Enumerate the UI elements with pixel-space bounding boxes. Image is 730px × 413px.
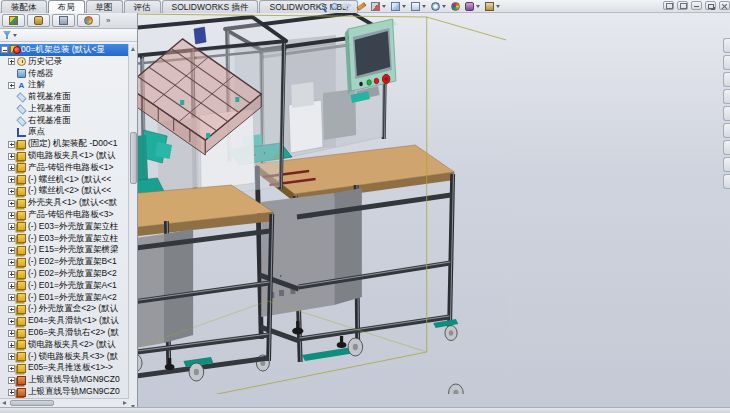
tree-item[interactable]: E04=夹具滑轨<1> (默认 [0, 315, 128, 327]
section-view[interactable] [370, 1, 387, 12]
tree-item[interactable]: (-) E01=外壳放置架A<1 [0, 280, 128, 292]
scroll-up-arrow[interactable] [131, 47, 135, 51]
expand-toggle-icon[interactable] [8, 188, 15, 195]
tree-item[interactable]: 上银直线导轨MGN9CZ0 [0, 374, 128, 386]
expand-toggle-icon[interactable] [8, 141, 15, 148]
configurationmanager-tab[interactable] [52, 14, 75, 27]
tree-item[interactable]: 产品-铸铝件电路板<1> [0, 162, 128, 174]
expand-toggle-icon[interactable] [8, 212, 15, 219]
taskpane-tab-5[interactable] [723, 106, 730, 121]
expand-toggle-icon[interactable] [8, 235, 15, 242]
taskpane-tab-9[interactable] [723, 174, 730, 189]
expand-toggle-icon[interactable] [8, 306, 15, 313]
tree-item[interactable]: (-) E03=外壳放置架立柱 [0, 221, 128, 233]
tree-item[interactable]: 锁电路板夹具<1> (默认 [0, 150, 128, 162]
tree-item[interactable]: 上银直线导轨MGN9CZ0 [0, 386, 128, 398]
measure[interactable] [356, 1, 367, 12]
display-style[interactable] [410, 1, 427, 12]
edit-appearance[interactable] [450, 1, 461, 12]
expand-toggle-icon[interactable] [8, 259, 15, 266]
assembly-3d-scene[interactable] [138, 13, 730, 407]
taskpane-tab-4[interactable] [723, 89, 730, 104]
scroll-left-arrow[interactable] [2, 401, 6, 405]
expand-toggle-icon[interactable] [8, 377, 15, 384]
tree-item[interactable]: (-) E01=外壳放置架A<2 [0, 292, 128, 304]
tree-item[interactable]: 前视基准面 [0, 91, 128, 103]
vertical-scroll-thumb[interactable] [130, 132, 137, 184]
tree-item[interactable]: 注解 [0, 79, 128, 91]
expand-toggle-icon[interactable] [1, 46, 8, 53]
secondary-window-button[interactable] [677, 1, 688, 10]
expand-toggle-icon[interactable] [8, 271, 15, 278]
scroll-right-arrow[interactable] [123, 401, 127, 405]
tree-item[interactable]: 传感器 [0, 68, 128, 80]
command-tab[interactable]: SOLIDWORKS 插件 [162, 0, 259, 13]
taskpane-tab-3[interactable] [723, 72, 730, 87]
expand-toggle-icon[interactable] [8, 294, 15, 301]
expand-toggle-icon[interactable] [8, 341, 15, 348]
expand-toggle-icon[interactable] [8, 58, 15, 65]
tree-item[interactable]: (-) E15=外壳放置架横梁 [0, 245, 128, 257]
tree-item[interactable]: 上视基准面 [0, 103, 128, 115]
right-green-button[interactable] [367, 80, 372, 86]
tree-vertical-scrollbar[interactable] [128, 44, 137, 412]
graphics-viewport[interactable] [138, 13, 730, 407]
right-control-panel[interactable] [345, 19, 398, 103]
view-settings[interactable] [484, 1, 501, 12]
expand-toggle-icon[interactable] [8, 164, 15, 171]
tree-item[interactable]: (-) 锁电路板夹具<3> (默 [0, 351, 128, 363]
tree-item[interactable]: 原点 [0, 127, 128, 139]
tree-item[interactable]: E05=夹具推送板<1>-> [0, 363, 128, 375]
tree-item[interactable]: 历史记录 [0, 56, 128, 68]
expand-toggle-icon[interactable] [8, 318, 15, 325]
close-button[interactable] [719, 1, 730, 10]
minimize-button[interactable] [691, 1, 702, 10]
taskpane-tab-1[interactable] [723, 38, 730, 53]
command-tab[interactable]: 评估 [124, 0, 161, 13]
expand-toggle-icon[interactable] [8, 365, 15, 372]
expand-toggle-icon[interactable] [8, 330, 15, 337]
expand-toggle-icon[interactable] [8, 389, 15, 396]
taskpane-tab-6[interactable] [723, 123, 730, 138]
expand-toggle-icon[interactable] [8, 153, 15, 160]
hide-show-items[interactable] [430, 1, 447, 12]
featuremanager-tree-tab[interactable] [2, 14, 25, 27]
tree-item[interactable]: (固定) 机架装配 -D00<1 [0, 138, 128, 150]
tree-item[interactable]: (-) 外壳放置盒<2> (默认 [0, 304, 128, 316]
zoom-to-fit[interactable] [318, 1, 327, 12]
taskpane-tab-2[interactable] [723, 55, 730, 70]
command-tab[interactable]: 装配体 [1, 0, 47, 13]
help-window-button[interactable] [663, 1, 674, 10]
taskpane-tab-7[interactable] [723, 140, 730, 155]
view-selector[interactable] [342, 1, 353, 12]
horizontal-scroll-thumb[interactable] [10, 400, 54, 406]
apply-scene[interactable] [464, 1, 481, 12]
view-orientation[interactable] [390, 1, 407, 12]
expand-toggle-icon[interactable] [8, 223, 15, 230]
expand-toggle-icon[interactable] [8, 247, 15, 254]
filter-dropdown-caret[interactable] [13, 34, 17, 37]
tree-item[interactable]: 右视基准面 [0, 115, 128, 127]
expand-toggle-icon[interactable] [8, 282, 15, 289]
filter-funnel-icon[interactable] [3, 31, 11, 39]
tree-item[interactable]: 外壳夹具<1> (默认<<默 [0, 197, 128, 209]
zoom-to-area[interactable] [330, 1, 339, 12]
restore-button[interactable] [705, 1, 716, 10]
tree-item[interactable]: (-) 螺丝机<2> (默认<< [0, 186, 128, 198]
expand-toggle-icon[interactable] [8, 200, 15, 207]
taskpane-tab-8[interactable] [723, 157, 730, 172]
tree-item[interactable]: (-) E02=外壳放置架B<2 [0, 268, 128, 280]
panel-tabs-overflow[interactable]: » [106, 16, 110, 25]
displaymanager-tab[interactable] [77, 14, 100, 27]
tree-horizontal-scrollbar[interactable] [0, 398, 129, 407]
tree-item[interactable]: (-) 螺丝机<1> (默认<< [0, 174, 128, 186]
expand-toggle-icon[interactable] [8, 176, 15, 183]
expand-toggle-icon[interactable] [8, 82, 15, 89]
tree-item[interactable]: E06=夹具滑轨右<2> (默 [0, 327, 128, 339]
expand-toggle-icon[interactable] [8, 353, 15, 360]
tree-item[interactable]: 锁电路板夹具<2> (默认 [0, 339, 128, 351]
tree-item[interactable]: (-) E02=外壳放置架B<1 [0, 256, 128, 268]
tree-item[interactable]: 产品-铸铝件电路板<3> [0, 209, 128, 221]
propertymanager-tab[interactable] [27, 14, 50, 27]
tree-item[interactable]: 00=机架总装 (默认<显 [0, 44, 128, 56]
